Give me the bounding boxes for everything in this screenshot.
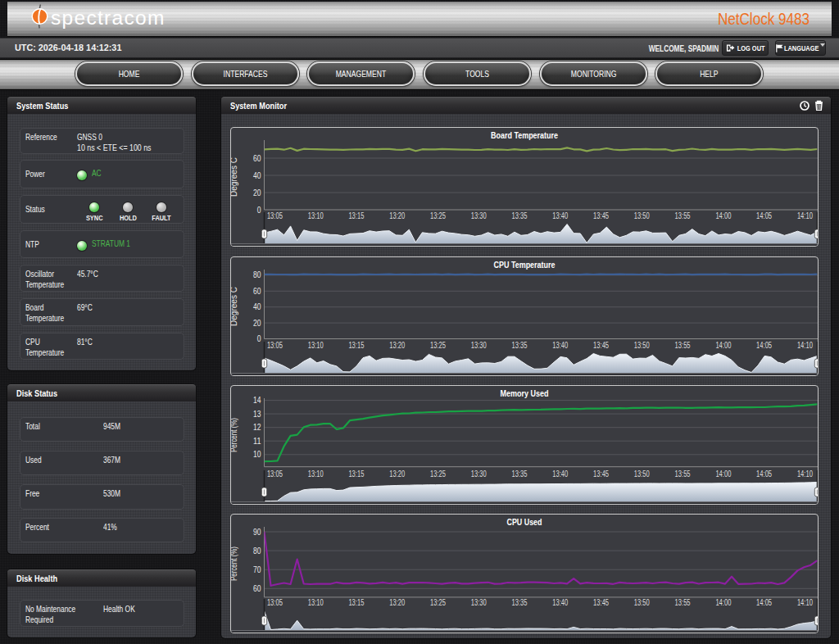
- svg-text:14:10: 14:10: [797, 469, 813, 478]
- svg-text:13:50: 13:50: [634, 469, 650, 478]
- svg-text:14:00: 14:00: [715, 598, 731, 607]
- svg-text:14:10: 14:10: [797, 341, 813, 350]
- svg-text:Percent (%): Percent (%): [231, 546, 238, 581]
- svg-text:13:15: 13:15: [348, 469, 364, 478]
- svg-text:80: 80: [253, 546, 261, 556]
- svg-text:60: 60: [253, 287, 261, 296]
- svg-text:13:05: 13:05: [267, 598, 283, 607]
- svg-text:CPU Used: CPU Used: [507, 517, 542, 527]
- svg-text:13:40: 13:40: [552, 211, 568, 220]
- svg-text:13:10: 13:10: [308, 341, 324, 350]
- svg-text:10: 10: [253, 450, 261, 459]
- svg-text:60: 60: [253, 584, 261, 593]
- svg-text:13:40: 13:40: [552, 341, 568, 350]
- svg-text:13:50: 13:50: [634, 598, 650, 607]
- svg-text:14: 14: [253, 396, 261, 405]
- svg-text:40: 40: [253, 302, 261, 311]
- svg-text:13:55: 13:55: [675, 469, 691, 478]
- svg-text:13:55: 13:55: [675, 211, 691, 220]
- svg-text:13: 13: [253, 410, 261, 419]
- svg-text:0: 0: [257, 334, 261, 343]
- svg-text:13:40: 13:40: [552, 469, 568, 478]
- svg-text:13:35: 13:35: [512, 211, 528, 220]
- svg-text:14:10: 14:10: [797, 211, 813, 220]
- svg-text:13:30: 13:30: [471, 598, 487, 607]
- svg-text:80: 80: [253, 270, 261, 279]
- svg-text:13:55: 13:55: [675, 341, 691, 350]
- svg-text:13:40: 13:40: [552, 598, 568, 607]
- svg-text:13:20: 13:20: [389, 469, 405, 478]
- svg-text:14:05: 14:05: [756, 469, 772, 478]
- svg-text:13:05: 13:05: [267, 469, 283, 478]
- svg-text:20: 20: [253, 188, 261, 197]
- svg-text:90: 90: [253, 528, 261, 537]
- svg-text:13:35: 13:35: [512, 469, 528, 478]
- svg-text:13:50: 13:50: [634, 211, 650, 220]
- svg-text:13:05: 13:05: [267, 211, 283, 220]
- svg-text:13:30: 13:30: [471, 211, 487, 220]
- svg-text:13:25: 13:25: [430, 469, 446, 478]
- svg-text:13:15: 13:15: [348, 598, 364, 607]
- svg-text:13:25: 13:25: [430, 598, 446, 607]
- svg-text:13:45: 13:45: [593, 341, 609, 350]
- svg-text:14:10: 14:10: [797, 598, 813, 607]
- svg-text:11: 11: [253, 437, 261, 446]
- svg-text:13:25: 13:25: [430, 211, 446, 220]
- svg-text:0: 0: [257, 206, 261, 215]
- svg-text:13:30: 13:30: [471, 341, 487, 350]
- svg-text:14:00: 14:00: [715, 469, 731, 478]
- svg-text:13:45: 13:45: [593, 211, 609, 220]
- svg-text:13:10: 13:10: [308, 469, 324, 478]
- svg-text:13:50: 13:50: [634, 341, 650, 350]
- svg-text:13:20: 13:20: [389, 211, 405, 220]
- svg-text:13:15: 13:15: [348, 211, 364, 220]
- svg-text:14:00: 14:00: [715, 341, 731, 350]
- svg-text:Percent (%): Percent (%): [231, 418, 238, 452]
- svg-text:Degrees C: Degrees C: [231, 287, 238, 326]
- svg-text:60: 60: [253, 154, 261, 163]
- svg-text:13:10: 13:10: [308, 211, 324, 220]
- svg-text:Degrees C: Degrees C: [231, 157, 238, 197]
- svg-text:20: 20: [253, 319, 261, 328]
- svg-text:14:05: 14:05: [756, 341, 772, 350]
- svg-text:13:20: 13:20: [389, 598, 405, 607]
- svg-text:Board Temperature: Board Temperature: [491, 130, 558, 140]
- svg-text:14:05: 14:05: [756, 598, 772, 607]
- svg-text:13:15: 13:15: [348, 341, 364, 350]
- svg-text:40: 40: [253, 171, 261, 180]
- svg-text:13:35: 13:35: [512, 341, 528, 350]
- svg-text:13:45: 13:45: [593, 469, 609, 478]
- svg-text:13:30: 13:30: [471, 469, 487, 478]
- svg-text:13:25: 13:25: [430, 341, 446, 350]
- svg-text:13:10: 13:10: [308, 598, 324, 607]
- svg-text:13:05: 13:05: [267, 341, 283, 350]
- svg-text:14:00: 14:00: [715, 211, 731, 220]
- svg-text:13:35: 13:35: [512, 598, 528, 607]
- svg-text:Memory Used: Memory Used: [501, 388, 549, 398]
- svg-text:13:20: 13:20: [389, 341, 405, 350]
- svg-text:70: 70: [253, 565, 261, 574]
- svg-text:14:05: 14:05: [756, 211, 772, 220]
- svg-text:13:45: 13:45: [593, 598, 609, 607]
- svg-text:13:55: 13:55: [675, 598, 691, 607]
- svg-text:12: 12: [253, 423, 261, 432]
- svg-text:CPU Temperature: CPU Temperature: [494, 260, 556, 270]
